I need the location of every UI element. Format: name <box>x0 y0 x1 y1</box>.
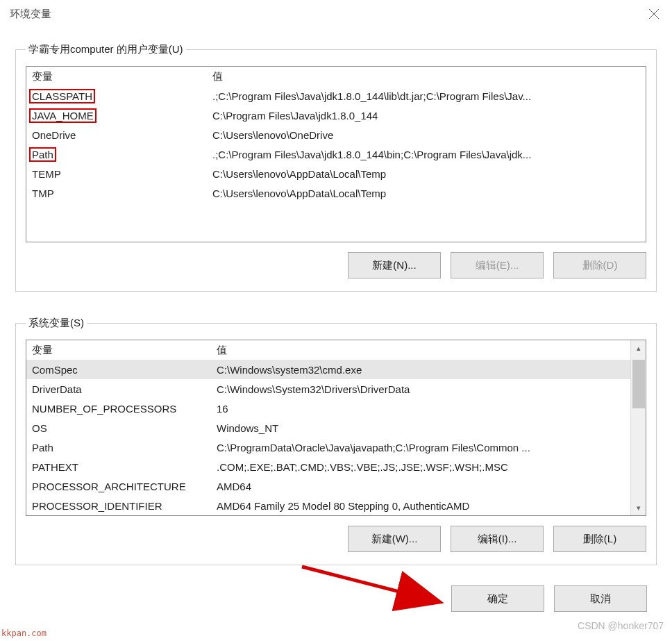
variable-value: .;C:\Program Files\Java\jdk1.8.0_144\bin… <box>211 149 646 160</box>
variable-name: Path <box>26 147 211 162</box>
dialog-title: 环境变量 <box>10 8 51 21</box>
system-variables-group: 系统变量(S) 变量 值 ComSpec C:\Windows\system32… <box>15 317 657 565</box>
variable-value: C:\Windows\system32\cmd.exe <box>215 364 630 376</box>
scroll-up-arrow-icon[interactable]: ▴ <box>631 340 646 356</box>
svg-line-2 <box>302 567 437 601</box>
watermark-left: kkpan.com <box>1 628 47 638</box>
variable-name: TEMP <box>26 168 211 180</box>
table-row[interactable]: CLASSPATH .;C:\Program Files\Java\jdk1.8… <box>26 86 646 106</box>
system-variables-list[interactable]: 变量 值 ComSpec C:\Windows\system32\cmd.exe… <box>26 340 646 516</box>
variable-value: AMD64 Family 25 Model 80 Stepping 0, Aut… <box>215 500 630 512</box>
scroll-down-arrow-icon[interactable]: ▾ <box>631 500 646 515</box>
user-header-variable: 变量 <box>26 70 211 83</box>
table-row[interactable]: Path .;C:\Program Files\Java\jdk1.8.0_14… <box>26 144 646 164</box>
table-row[interactable]: ComSpec C:\Windows\system32\cmd.exe <box>26 360 630 379</box>
table-row[interactable]: JAVA_HOME C:\Program Files\Java\jdk1.8.0… <box>26 106 646 125</box>
user-header-value: 值 <box>211 70 646 83</box>
variable-value: C:\Program Files\Java\jdk1.8.0_144 <box>211 110 646 122</box>
system-edit-button[interactable]: 编辑(I)... <box>451 526 544 552</box>
variable-name: OS <box>26 422 215 434</box>
variable-name: PROCESSOR_IDENTIFIER <box>26 500 215 512</box>
variable-value: C:\Users\lenovo\AppData\Local\Temp <box>211 168 646 180</box>
variable-name: PATHEXT <box>26 461 215 473</box>
variable-value: .;C:\Program Files\Java\jdk1.8.0_144\lib… <box>211 90 646 102</box>
close-button[interactable] <box>646 6 662 22</box>
cancel-button[interactable]: 取消 <box>554 585 647 612</box>
user-variables-list[interactable]: 变量 值 CLASSPATH .;C:\Program Files\Java\j… <box>26 66 646 242</box>
dialog-bottom-buttons: 确定 取消 <box>451 585 647 612</box>
variable-value: C:\ProgramData\Oracle\Java\javapath;C:\P… <box>215 442 630 453</box>
variable-value: Windows_NT <box>215 422 630 434</box>
system-delete-button[interactable]: 删除(L) <box>553 526 646 552</box>
variable-value: .COM;.EXE;.BAT;.CMD;.VBS;.VBE;.JS;.JSE;.… <box>215 461 630 473</box>
variable-value: 16 <box>215 403 630 415</box>
variable-name: JAVA_HOME <box>26 108 211 123</box>
system-list-header: 变量 值 <box>26 340 630 360</box>
table-row[interactable]: OneDrive C:\Users\lenovo\OneDrive <box>26 125 646 144</box>
table-row[interactable]: Path C:\ProgramData\Oracle\Java\javapath… <box>26 438 630 457</box>
table-row[interactable]: PROCESSOR_IDENTIFIER AMD64 Family 25 Mod… <box>26 496 630 515</box>
scrollbar[interactable]: ▴ ▾ <box>630 340 646 515</box>
variable-name: Path <box>26 442 215 453</box>
table-row[interactable]: TEMP C:\Users\lenovo\AppData\Local\Temp <box>26 164 646 183</box>
scroll-thumb[interactable] <box>632 360 645 408</box>
system-buttons: 新建(W)... 编辑(I)... 删除(L) <box>26 526 646 552</box>
user-variables-group: 学霸专用computer 的用户变量(U) 变量 值 CLASSPATH .;C… <box>15 43 657 292</box>
variable-value: AMD64 <box>215 481 630 492</box>
table-row[interactable]: OS Windows_NT <box>26 418 630 438</box>
user-variables-legend: 学霸专用computer 的用户变量(U) <box>26 43 186 56</box>
variable-name: NUMBER_OF_PROCESSORS <box>26 403 215 415</box>
user-new-button[interactable]: 新建(N)... <box>348 252 441 278</box>
system-header-variable: 变量 <box>26 344 215 357</box>
variable-name: DriverData <box>26 383 215 395</box>
annotation-arrow-icon <box>299 561 458 617</box>
user-edit-button[interactable]: 编辑(E)... <box>451 252 544 278</box>
watermark-right: CSDN @honker707 <box>578 620 664 631</box>
variable-name: TMP <box>26 188 211 199</box>
user-list-header: 变量 值 <box>26 67 646 86</box>
title-bar: 环境变量 <box>0 0 672 28</box>
variable-value: C:\Users\lenovo\AppData\Local\Temp <box>211 188 646 199</box>
table-row[interactable]: NUMBER_OF_PROCESSORS 16 <box>26 399 630 418</box>
variable-value: C:\Users\lenovo\OneDrive <box>211 129 646 141</box>
variable-value: C:\Windows\System32\Drivers\DriverData <box>215 383 630 395</box>
system-header-value: 值 <box>215 344 630 357</box>
table-row[interactable]: TMP C:\Users\lenovo\AppData\Local\Temp <box>26 183 646 203</box>
system-variables-legend: 系统变量(S) <box>26 317 87 330</box>
table-row[interactable]: PROCESSOR_ARCHITECTURE AMD64 <box>26 476 630 496</box>
variable-name: ComSpec <box>26 364 215 376</box>
variable-name: OneDrive <box>26 129 211 141</box>
variable-name: PROCESSOR_ARCHITECTURE <box>26 481 215 492</box>
close-icon <box>648 8 660 19</box>
table-row[interactable]: DriverData C:\Windows\System32\Drivers\D… <box>26 379 630 399</box>
variable-name: CLASSPATH <box>26 89 211 103</box>
ok-button[interactable]: 确定 <box>451 585 544 612</box>
system-new-button[interactable]: 新建(W)... <box>348 526 441 552</box>
user-buttons: 新建(N)... 编辑(E)... 删除(D) <box>26 252 646 278</box>
table-row[interactable]: PATHEXT .COM;.EXE;.BAT;.CMD;.VBS;.VBE;.J… <box>26 457 630 476</box>
user-delete-button[interactable]: 删除(D) <box>553 252 646 278</box>
